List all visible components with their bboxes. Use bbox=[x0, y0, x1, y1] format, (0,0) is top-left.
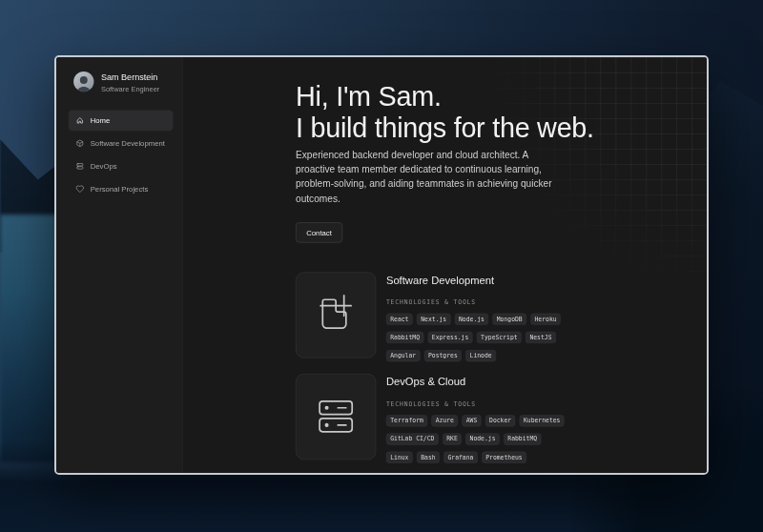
tools-label: TECHNOLOGIES & TOOLS bbox=[386, 298, 567, 305]
profile-name: Sam Bernstein bbox=[101, 72, 159, 83]
person-silhouette-icon bbox=[73, 73, 93, 92]
profile-block: Sam Bernstein Software Engineer bbox=[69, 72, 174, 92]
tech-tag: Linux bbox=[386, 451, 413, 462]
avatar bbox=[73, 72, 93, 92]
desktop-wallpaper: Sam Bernstein Software Engineer Home bbox=[0, 0, 763, 532]
tech-tag: Terraform bbox=[386, 415, 427, 426]
section-title: Software Development bbox=[386, 274, 567, 286]
hero-heading: Hi, I'm Sam. I build things for the web. bbox=[296, 80, 707, 143]
tech-tag: Node.js bbox=[455, 313, 488, 324]
portfolio-window: Sam Bernstein Software Engineer Home bbox=[54, 55, 709, 475]
sidebar-item-label: DevOps bbox=[91, 162, 117, 171]
sidebar-item-personal-projects[interactable]: Personal Projects bbox=[69, 178, 174, 199]
server-icon bbox=[75, 162, 84, 171]
sidebar-item-label: Software Development bbox=[91, 139, 165, 148]
sidebar-item-label: Personal Projects bbox=[91, 185, 149, 194]
tag-list: TerraformAzureAWSDockerKubernetesGitLab … bbox=[386, 415, 567, 463]
tech-tag: Grafana bbox=[443, 451, 477, 462]
tech-tag: Kubernetes bbox=[520, 415, 565, 426]
sidebar-item-label: Home bbox=[91, 116, 111, 125]
tech-tag: Next.js bbox=[417, 313, 450, 324]
home-icon bbox=[75, 116, 84, 125]
tech-tag: Bash bbox=[417, 451, 440, 462]
cube-icon bbox=[75, 139, 84, 148]
tech-tag: React bbox=[386, 313, 413, 324]
section-title: DevOps & Cloud bbox=[386, 376, 567, 388]
section-icon-tile bbox=[296, 272, 376, 358]
tech-tag: GitLab CI/CD bbox=[386, 433, 439, 444]
hero-heading-line1: Hi, I'm Sam. bbox=[296, 80, 707, 112]
sidebar-item-software-development[interactable]: Software Development bbox=[69, 133, 174, 153]
tech-tag: Heroku bbox=[530, 313, 561, 324]
tech-tag: Postgres bbox=[424, 350, 462, 361]
code-blocks-icon bbox=[307, 286, 364, 343]
server-stack-icon bbox=[307, 388, 364, 445]
tech-tag: Linode bbox=[465, 350, 496, 361]
main-content: Hi, I'm Sam. I build things for the web.… bbox=[183, 57, 708, 473]
tech-tag: Prometheus bbox=[482, 451, 526, 462]
tools-label: TECHNOLOGIES & TOOLS bbox=[386, 400, 567, 407]
tech-tag: Docker bbox=[485, 415, 516, 426]
tech-tag: TypeScript bbox=[477, 332, 522, 343]
tech-tag: MongoDB bbox=[492, 313, 526, 324]
heart-icon bbox=[75, 185, 84, 194]
section-icon-tile bbox=[296, 374, 376, 460]
tag-list: ReactNext.jsNode.jsMongoDBHerokuRabbitMQ… bbox=[386, 313, 567, 361]
tech-tag: Angular bbox=[386, 350, 420, 361]
sidebar-item-home[interactable]: Home bbox=[69, 110, 174, 131]
hero-heading-line2: I build things for the web. bbox=[296, 112, 707, 143]
sidebar: Sam Bernstein Software Engineer Home bbox=[56, 57, 183, 473]
tech-tag: Node.js bbox=[465, 433, 499, 444]
tech-tag: RabbitMQ bbox=[386, 332, 423, 343]
tech-tag: NestJS bbox=[526, 332, 556, 343]
tech-tag: RabbitMQ bbox=[504, 433, 541, 444]
section-software-development: Software Development TECHNOLOGIES & TOOL… bbox=[296, 272, 707, 361]
contact-button[interactable]: Contact bbox=[296, 222, 342, 242]
sidebar-nav: Home Software Development bbox=[69, 110, 174, 199]
tech-tag: AWS bbox=[462, 415, 481, 426]
tech-tag: Express.js bbox=[428, 332, 473, 343]
profile-role: Software Engineer bbox=[101, 85, 159, 93]
hero-description: Experienced backend developer and cloud … bbox=[296, 148, 552, 207]
tech-tag: Azure bbox=[431, 415, 458, 426]
sidebar-item-devops[interactable]: DevOps bbox=[69, 155, 174, 176]
tech-tag: RKE bbox=[443, 433, 462, 444]
section-devops-cloud: DevOps & Cloud TECHNOLOGIES & TOOLS Terr… bbox=[296, 374, 707, 463]
